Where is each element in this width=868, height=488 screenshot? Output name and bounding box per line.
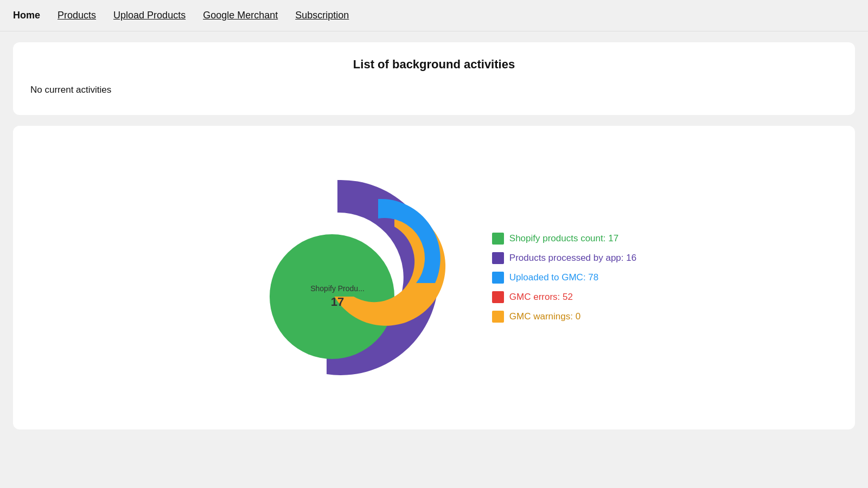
legend-item-processed: Products processed by app: 16 [492,252,636,264]
nav-subscription[interactable]: Subscription [295,10,349,21]
nav-upload-products[interactable]: Upload Products [113,10,186,21]
legend-swatch-blue [492,272,504,284]
activities-card: List of background activities No current… [13,42,855,115]
legend-label-uploaded: Uploaded to GMC: 78 [509,272,598,283]
activities-title: List of background activities [30,57,838,72]
svg-text:Shopify Produ...: Shopify Produ... [310,284,365,293]
legend-swatch-green [492,233,504,245]
legend-item-uploaded: Uploaded to GMC: 78 [492,272,636,284]
nav-google-merchant[interactable]: Google Merchant [203,10,278,21]
legend-item-errors: GMC errors: 52 [492,291,636,303]
chart-legend: Shopify products count: 17 Products proc… [492,233,636,323]
legend-item-shopify-count: Shopify products count: 17 [492,233,636,245]
legend-label-warnings: GMC warnings: 0 [509,311,580,322]
main-nav: Home Products Upload Products Google Mer… [0,0,868,31]
nav-home[interactable]: Home [13,10,40,21]
legend-swatch-purple [492,252,504,264]
svg-text:17: 17 [331,295,344,309]
chart-svg: Shopify Produ... 17 [232,164,459,391]
no-activities-message: No current activities [30,82,838,100]
nav-products[interactable]: Products [58,10,96,21]
legend-swatch-gold [492,311,504,323]
chart-container: Shopify Produ... 17 [232,164,459,391]
legend-label-shopify-count: Shopify products count: 17 [509,233,618,244]
legend-swatch-red [492,291,504,303]
legend-item-warnings: GMC warnings: 0 [492,311,636,323]
legend-label-processed: Products processed by app: 16 [509,253,636,264]
chart-card: Shopify Produ... 17 Shopify products cou… [13,126,855,429]
legend-label-errors: GMC errors: 52 [509,292,573,303]
